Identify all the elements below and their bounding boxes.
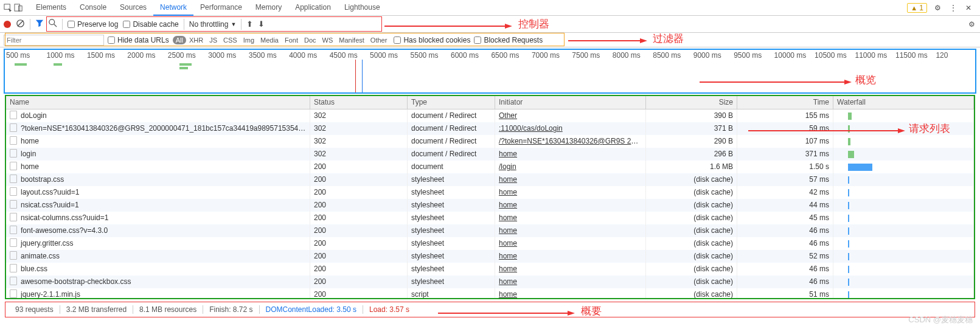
- filter-pill-media[interactable]: Media: [257, 36, 282, 44]
- preserve-log-checkbox[interactable]: Preserve log: [68, 20, 118, 29]
- file-icon: [10, 175, 17, 183]
- timeline-tick: 4000 ms: [288, 51, 328, 60]
- timeline-overview[interactable]: 500 ms1000 ms1500 ms2000 ms2500 ms3000 m…: [4, 49, 976, 94]
- summary-requests: 93 requests: [9, 305, 60, 314]
- tab-lighthouse[interactable]: Lighthouse: [338, 0, 387, 16]
- throttling-dropdown[interactable]: No throttling ▼: [189, 20, 237, 29]
- col-initiator[interactable]: Initiator: [495, 96, 646, 109]
- table-row[interactable]: jquery.gritter.css200stylesheethome(disk…: [6, 237, 974, 250]
- svg-point-5: [49, 19, 55, 25]
- hide-data-urls-checkbox[interactable]: Hide data URLs: [108, 36, 169, 44]
- timeline-tick: 500 ms: [5, 51, 45, 60]
- timeline-tick: 10500 ms: [813, 51, 853, 60]
- col-type[interactable]: Type: [408, 96, 495, 109]
- file-icon: [10, 149, 17, 158]
- timeline-tick: 5000 ms: [369, 51, 409, 60]
- table-row[interactable]: layout.css?uuid=1200stylesheethome(disk …: [6, 186, 974, 199]
- file-icon: [10, 111, 17, 119]
- file-icon: [10, 277, 17, 285]
- table-row[interactable]: nsicat-columns.css?uuid=1200stylesheetho…: [6, 212, 974, 224]
- col-status[interactable]: Status: [310, 96, 408, 109]
- table-row[interactable]: awesome-bootstrap-checkbox.css200stylesh…: [6, 275, 974, 288]
- tab-performance[interactable]: Performance: [193, 0, 249, 16]
- summary-finish: Finish: 8.72 s: [203, 305, 259, 314]
- filter-pill-js[interactable]: JS: [206, 36, 220, 44]
- table-row[interactable]: font-awesome.css?v=4.3.0200stylesheethom…: [6, 224, 974, 237]
- table-row[interactable]: doLogin302document / RedirectOther390 B1…: [6, 109, 974, 122]
- filter-icon[interactable]: [35, 19, 44, 29]
- inspect-icon[interactable]: [4, 3, 13, 12]
- col-size[interactable]: Size: [646, 96, 737, 109]
- tab-memory[interactable]: Memory: [249, 0, 288, 16]
- clear-icon[interactable]: [16, 19, 25, 30]
- tab-console[interactable]: Console: [73, 0, 113, 16]
- timeline-tick: 6500 ms: [490, 51, 530, 60]
- timeline-tick: 11500 ms: [894, 51, 934, 60]
- summary-load: Load: 3.57 s: [363, 305, 415, 314]
- table-row[interactable]: nsicat.css?uuid=1200stylesheethome(disk …: [6, 199, 974, 212]
- tab-sources[interactable]: Sources: [113, 0, 153, 16]
- dock-controls: [4, 3, 23, 12]
- warning-badge[interactable]: ▲ 1: [907, 3, 927, 13]
- filter-pill-other[interactable]: Other: [367, 36, 391, 44]
- table-row[interactable]: home302document / Redirect/?token=NSE*16…: [6, 135, 974, 148]
- file-icon: [10, 200, 17, 209]
- timeline-tick: 8000 ms: [611, 51, 652, 60]
- timeline-tick: 8500 ms: [652, 51, 692, 60]
- kebab-icon[interactable]: ⋮: [948, 3, 957, 12]
- close-icon[interactable]: ✕: [964, 3, 973, 12]
- filter-pill-css[interactable]: CSS: [220, 36, 240, 44]
- search-icon[interactable]: [49, 19, 57, 29]
- download-icon[interactable]: ⬇: [258, 19, 265, 29]
- svg-rect-0: [4, 4, 10, 9]
- gear-icon[interactable]: ⚙: [933, 3, 942, 12]
- disable-cache-checkbox[interactable]: Disable cache: [123, 20, 178, 29]
- timeline-tick: 2500 ms: [167, 51, 207, 60]
- timeline-tick: 2000 ms: [126, 51, 166, 60]
- file-icon: [10, 123, 17, 132]
- filter-input[interactable]: [4, 35, 104, 46]
- tab-network[interactable]: Network: [153, 0, 193, 16]
- timeline-tick: 11000 ms: [854, 51, 894, 60]
- timeline-tick: 1000 ms: [45, 51, 85, 60]
- settings-gear-icon[interactable]: ⚙: [967, 19, 976, 29]
- timeline-tick: 3000 ms: [207, 51, 247, 60]
- filter-pill-all[interactable]: All: [173, 36, 186, 44]
- tab-elements[interactable]: Elements: [29, 0, 73, 16]
- blocked-requests-checkbox[interactable]: Blocked Requests: [474, 36, 543, 44]
- file-icon: [10, 238, 17, 247]
- table-row[interactable]: home200document/login1.6 MB1.50 s: [6, 161, 974, 173]
- filter-pill-doc[interactable]: Doc: [301, 36, 319, 44]
- col-time[interactable]: Time: [737, 96, 833, 109]
- timeline-tick: 1500 ms: [86, 51, 126, 60]
- col-waterfall[interactable]: Waterfall: [833, 96, 974, 109]
- timeline-tick: 3500 ms: [248, 51, 288, 60]
- file-icon: [10, 226, 17, 234]
- table-row[interactable]: ?token=NSE*1630413840326@GR9S_2000000471…: [6, 122, 974, 135]
- devtools-tabbar: ElementsConsoleSourcesNetworkPerformance…: [0, 0, 980, 16]
- filter-pill-img[interactable]: Img: [240, 36, 257, 44]
- summary-dcl: DOMContentLoaded: 3.50 s: [260, 305, 363, 314]
- filter-pill-ws[interactable]: WS: [319, 36, 336, 44]
- filter-pill-manifest[interactable]: Manifest: [336, 36, 367, 44]
- table-row[interactable]: jquery-2.1.1.min.js200scripthome(disk ca…: [6, 288, 974, 299]
- file-icon: [10, 289, 17, 298]
- svg-rect-2: [19, 6, 23, 11]
- timeline-tick: 5500 ms: [409, 51, 450, 60]
- filter-pill-font[interactable]: Font: [282, 36, 301, 44]
- blocked-cookies-checkbox[interactable]: Has blocked cookies: [394, 36, 470, 44]
- record-button[interactable]: [4, 21, 11, 28]
- device-icon[interactable]: [14, 3, 23, 12]
- table-row[interactable]: animate.css200stylesheethome(disk cache)…: [6, 250, 974, 263]
- filter-pill-xhr[interactable]: XHR: [186, 36, 206, 44]
- upload-icon[interactable]: ⬆: [246, 19, 253, 29]
- file-icon: [10, 264, 17, 272]
- table-row[interactable]: blue.css200stylesheethome(disk cache)46 …: [6, 263, 974, 275]
- col-name[interactable]: Name: [6, 96, 310, 109]
- table-row[interactable]: bootstrap.css200stylesheethome(disk cach…: [6, 173, 974, 186]
- tab-application[interactable]: Application: [288, 0, 338, 16]
- timeline-tick: 9000 ms: [692, 51, 732, 60]
- table-row[interactable]: login302document / Redirecthome296 B371 …: [6, 148, 974, 161]
- timeline-tick: 6000 ms: [450, 51, 490, 60]
- svg-rect-1: [15, 4, 19, 11]
